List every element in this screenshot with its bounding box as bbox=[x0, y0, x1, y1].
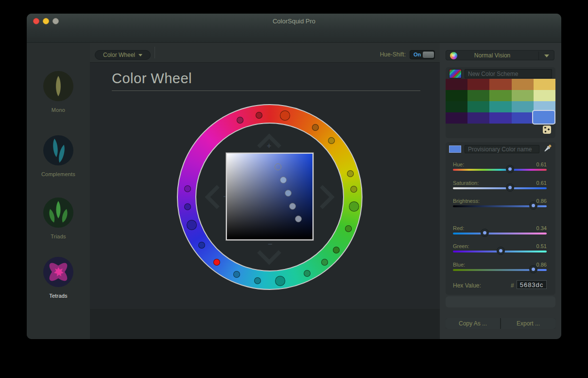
ring-color-dot[interactable] bbox=[256, 112, 262, 119]
bri-slider-label: Brightness: bbox=[453, 198, 480, 204]
scheme-swatch[interactable] bbox=[467, 101, 489, 112]
vision-mode-dropdown[interactable]: Normal Vision bbox=[446, 50, 554, 60]
sat-slider-track[interactable] bbox=[453, 187, 547, 189]
view-selector-dropdown[interactable]: Color Wheel bbox=[95, 50, 151, 60]
ring-color-dot[interactable] bbox=[184, 185, 191, 192]
scheme-swatch[interactable] bbox=[446, 90, 467, 101]
blue-slider-knob[interactable] bbox=[529, 265, 537, 273]
dropdown-divider bbox=[538, 52, 539, 60]
bri-slider: Brightness:0.86 bbox=[446, 198, 555, 214]
scheme-point-dot[interactable] bbox=[280, 177, 287, 183]
action-buttons: Copy As ... Export ... bbox=[446, 318, 555, 329]
desktop: ColorSquid Pro Mono Complements bbox=[0, 0, 588, 378]
sidebar-item-tetrads[interactable] bbox=[43, 256, 74, 288]
nudge-right-button[interactable] bbox=[318, 183, 336, 211]
sidebar-label-tetrads[interactable]: Tetrads bbox=[27, 293, 90, 299]
main-column: Color Wheel Hue-Shift: On Color Wheel + bbox=[90, 43, 440, 339]
eyedropper-icon[interactable] bbox=[542, 144, 553, 154]
scheme-swatch[interactable] bbox=[446, 101, 467, 112]
selected-swatch[interactable] bbox=[532, 110, 555, 125]
ring-color-dot[interactable] bbox=[275, 276, 285, 286]
scheme-swatch[interactable] bbox=[512, 79, 534, 90]
ring-color-dot[interactable] bbox=[184, 203, 191, 210]
scheme-swatch[interactable] bbox=[467, 112, 489, 124]
ring-color-dot[interactable] bbox=[350, 186, 357, 193]
window-title: ColorSquid Pro bbox=[27, 18, 561, 25]
ring-color-dot[interactable] bbox=[187, 220, 197, 230]
sidebar-item-mono[interactable] bbox=[43, 71, 74, 102]
scheme-swatch[interactable] bbox=[467, 79, 489, 90]
saturation-brightness-square[interactable] bbox=[226, 153, 313, 240]
nudge-down-button[interactable] bbox=[256, 249, 283, 266]
sat-slider: Saturation:0.61 bbox=[446, 180, 555, 196]
hue-slider-label: Hue: bbox=[453, 162, 464, 167]
green-slider-knob[interactable] bbox=[497, 247, 505, 255]
scheme-swatch[interactable] bbox=[534, 90, 555, 101]
ring-color-dot[interactable] bbox=[333, 247, 340, 253]
scheme-swatch[interactable] bbox=[512, 112, 534, 124]
scheme-swatch[interactable] bbox=[512, 101, 534, 112]
title-rule bbox=[112, 90, 420, 91]
color-name-input[interactable] bbox=[465, 145, 539, 153]
sidebar-label-triads[interactable]: Triads bbox=[27, 234, 90, 239]
scheme-swatch[interactable] bbox=[489, 90, 511, 101]
notes-strip bbox=[446, 296, 555, 307]
ring-color-dot[interactable] bbox=[280, 110, 290, 121]
randomize-dice-icon[interactable] bbox=[543, 126, 551, 134]
scheme-point-dot[interactable] bbox=[285, 190, 292, 197]
ring-color-dot[interactable] bbox=[321, 259, 328, 266]
sidebar-label-mono[interactable]: Mono bbox=[27, 107, 90, 113]
red-slider: Red:0.34 bbox=[446, 225, 555, 241]
chevron-down-icon[interactable] bbox=[544, 54, 549, 57]
scheme-swatch[interactable] bbox=[489, 79, 511, 90]
sat-slider-knob[interactable] bbox=[506, 183, 514, 192]
copy-as-button[interactable]: Copy As ... bbox=[446, 318, 500, 329]
ring-color-dot[interactable] bbox=[349, 201, 359, 212]
export-button[interactable]: Export ... bbox=[501, 318, 555, 329]
nudge-left-button[interactable] bbox=[204, 183, 221, 211]
ring-color-dot[interactable] bbox=[345, 225, 352, 232]
hue-shift-toggle[interactable]: On bbox=[410, 50, 435, 59]
hue-marker-dot[interactable] bbox=[213, 259, 220, 266]
ring-color-dot[interactable] bbox=[312, 124, 319, 131]
vision-mode-label: Normal Vision bbox=[446, 52, 538, 59]
hex-value-label: Hex Value: bbox=[453, 282, 481, 289]
scheme-swatch[interactable] bbox=[512, 90, 534, 101]
scheme-name-input[interactable] bbox=[465, 69, 552, 78]
hex-value-input[interactable] bbox=[517, 280, 547, 289]
ring-color-dot[interactable] bbox=[237, 117, 243, 124]
toggle-knob[interactable] bbox=[423, 52, 434, 58]
ring-color-dot[interactable] bbox=[198, 242, 205, 249]
current-color-swatch[interactable] bbox=[449, 145, 461, 153]
scheme-point-hollow[interactable] bbox=[275, 163, 281, 170]
toolbar-divider bbox=[155, 47, 155, 58]
sidebar-item-complements[interactable] bbox=[43, 135, 74, 166]
scheme-swatch[interactable] bbox=[489, 101, 511, 112]
ring-color-dot[interactable] bbox=[328, 137, 335, 144]
scheme-point-dot[interactable] bbox=[289, 203, 296, 210]
green-slider-value: 0.51 bbox=[536, 243, 547, 249]
scheme-swatch[interactable] bbox=[446, 112, 467, 124]
complements-icon bbox=[43, 135, 74, 166]
scheme-stripes-icon[interactable] bbox=[449, 69, 462, 78]
hue-slider-track[interactable] bbox=[453, 169, 547, 171]
ring-color-dot[interactable] bbox=[233, 271, 240, 278]
red-slider-track[interactable] bbox=[453, 233, 547, 234]
scheme-swatch[interactable] bbox=[467, 90, 489, 101]
green-slider-label: Green: bbox=[453, 243, 469, 249]
hue-slider-knob[interactable] bbox=[506, 165, 514, 173]
green-slider: Green:0.51 bbox=[446, 243, 555, 259]
sidebar-item-triads[interactable] bbox=[43, 197, 74, 228]
ring-color-dot[interactable] bbox=[254, 277, 261, 284]
scheme-swatch[interactable] bbox=[446, 79, 467, 90]
bri-slider-knob[interactable] bbox=[529, 201, 537, 210]
sidebar-label-complements[interactable]: Complements bbox=[27, 171, 90, 177]
ring-color-dot[interactable] bbox=[304, 270, 311, 277]
red-slider-knob[interactable] bbox=[481, 229, 489, 237]
bri-slider-value: 0.86 bbox=[536, 198, 547, 204]
ring-color-dot[interactable] bbox=[347, 170, 354, 177]
scheme-swatch[interactable] bbox=[489, 112, 511, 124]
scheme-swatch[interactable] bbox=[534, 79, 555, 90]
scheme-point-dot[interactable] bbox=[295, 216, 302, 222]
blue-slider: Blue:0.86 bbox=[446, 262, 555, 277]
